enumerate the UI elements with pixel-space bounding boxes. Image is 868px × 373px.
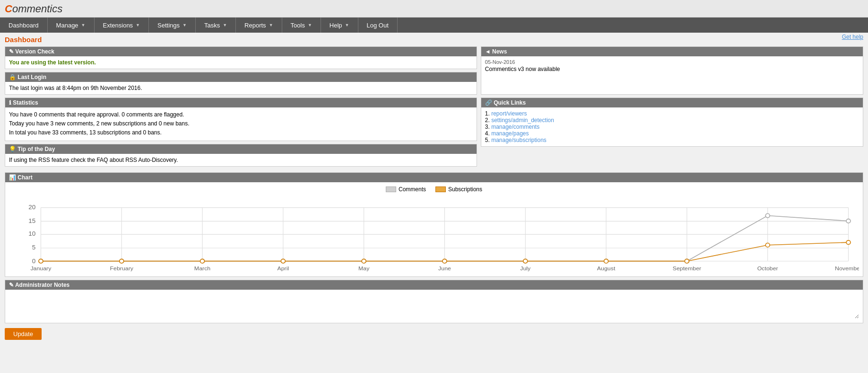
admin-notes-section: ✎ Administrator Notes	[5, 280, 863, 323]
sub-dot	[765, 243, 770, 247]
tip-section: 💡 Tip of the Day If using the RSS featur…	[5, 144, 477, 167]
last-login-body: The last login was at 8:44pm on 9th Nove…	[5, 82, 477, 94]
quick-links-section: 🔗 Quick Links 1. report/viewers 2. setti…	[481, 98, 863, 147]
svg-text:August: August	[597, 265, 616, 271]
logo-bar: Commentics	[0, 0, 868, 18]
chevron-down-icon: ▼	[223, 23, 227, 27]
svg-text:May: May	[358, 265, 369, 271]
svg-text:March: March	[194, 265, 210, 271]
svg-text:July: July	[520, 265, 530, 271]
svg-text:April: April	[277, 265, 289, 271]
sub-dot	[846, 240, 851, 244]
sub-dot	[523, 259, 528, 263]
legend-comments-label: Comments	[399, 186, 426, 193]
chart-svg: 0 5 10 15 20 January	[9, 195, 859, 271]
quick-link-1[interactable]: report/viewers	[491, 110, 527, 117]
nav-settings[interactable]: Settings ▼	[149, 18, 196, 33]
last-login-text: The last login was at 8:44pm on 9th Nove…	[9, 85, 142, 91]
svg-text:September: September	[673, 265, 701, 271]
legend-subscriptions: Subscriptions	[435, 186, 482, 193]
version-check-section: ✎ Version Check You are using the latest…	[5, 46, 477, 69]
chart-section: 📊 Chart Comments Subscriptions	[5, 172, 863, 277]
page-content: Dashboard Get help ✎ Version Check You a…	[0, 33, 868, 343]
svg-text:15: 15	[28, 217, 35, 224]
version-check-body: You are using the latest version.	[5, 56, 477, 69]
sub-dot	[443, 259, 447, 263]
nav-reports[interactable]: Reports ▼	[236, 18, 282, 33]
sub-dot	[362, 259, 366, 263]
sub-dot	[200, 259, 205, 263]
svg-text:0: 0	[32, 258, 36, 265]
svg-text:February: February	[110, 265, 133, 271]
nav-manage[interactable]: Manage ▼	[48, 18, 95, 33]
statistics-section: ℹ Statistics You have 0 comments that re…	[5, 98, 477, 141]
news-date: 05-Nov-2016	[485, 59, 859, 65]
chevron-down-icon: ▼	[136, 23, 140, 27]
admin-notes-header: ✎ Administrator Notes	[5, 280, 863, 290]
last-login-header: 🔒 Last Login	[5, 72, 477, 82]
chevron-down-icon: ▼	[345, 23, 349, 27]
left-column: ✎ Version Check You are using the latest…	[5, 46, 477, 169]
statistics-body: You have 0 comments that require approva…	[5, 107, 477, 141]
update-button[interactable]: Update	[5, 328, 42, 340]
chart-header: 📊 Chart	[5, 173, 863, 182]
quick-link-4[interactable]: manage/pages	[491, 130, 529, 137]
quick-links-body: 1. report/viewers 2. settings/admin_dete…	[481, 107, 863, 146]
quick-link-3[interactable]: manage/comments	[491, 124, 539, 130]
statistics-header: ℹ Statistics	[5, 98, 477, 107]
sub-dot	[604, 259, 608, 263]
tip-text: If using the RSS feature check the FAQ a…	[9, 157, 178, 163]
quick-link-5[interactable]: manage/subscriptions	[491, 137, 547, 143]
nav-tools[interactable]: Tools ▼	[282, 18, 321, 33]
nav-logout[interactable]: Log Out	[358, 18, 398, 33]
chart-body: Comments Subscriptions 0 5 10 15	[5, 182, 863, 276]
sub-dot	[120, 259, 124, 263]
svg-text:10: 10	[28, 230, 35, 237]
sub-dot	[39, 259, 43, 263]
admin-notes-textarea[interactable]	[9, 293, 859, 319]
quick-link-2[interactable]: settings/admin_detection	[491, 117, 554, 124]
legend-comments-color	[386, 186, 396, 192]
logo-c: C	[5, 3, 12, 15]
svg-text:January: January	[30, 265, 51, 271]
comment-dot	[765, 213, 770, 218]
chevron-down-icon: ▼	[182, 23, 187, 27]
main-two-col: ✎ Version Check You are using the latest…	[5, 46, 863, 169]
version-status: You are using the latest version.	[9, 59, 96, 66]
admin-notes-body[interactable]	[5, 290, 863, 323]
svg-text:20: 20	[28, 204, 35, 211]
quick-link-item: 3. manage/comments	[485, 124, 859, 130]
svg-text:November: November	[835, 265, 859, 271]
chart-legend: Comments Subscriptions	[9, 186, 859, 193]
svg-text:June: June	[438, 265, 451, 271]
nav-extensions[interactable]: Extensions ▼	[95, 18, 149, 33]
right-column: ◄ News 05-Nov-2016 Commentics v3 now ava…	[481, 46, 863, 169]
comment-dot	[846, 219, 851, 223]
nav-tasks[interactable]: Tasks ▼	[196, 18, 236, 33]
legend-comments: Comments	[386, 186, 426, 193]
chevron-down-icon: ▼	[308, 23, 312, 27]
quick-link-item: 2. settings/admin_detection	[485, 117, 859, 124]
page-title: Dashboard	[5, 36, 42, 44]
nav-dashboard[interactable]: Dashboard	[0, 18, 48, 33]
chevron-down-icon: ▼	[269, 23, 273, 27]
svg-text:October: October	[757, 265, 778, 271]
sub-dot	[685, 259, 689, 263]
quick-links-header: 🔗 Quick Links	[481, 98, 863, 107]
news-header: ◄ News	[481, 47, 863, 56]
get-help-link[interactable]: Get help	[842, 34, 863, 40]
stats-line3: In total you have 33 comments, 13 subscr…	[9, 128, 473, 137]
logo-rest: ommentics	[12, 3, 62, 15]
tip-header: 💡 Tip of the Day	[5, 144, 477, 154]
sub-dot	[281, 259, 285, 263]
main-nav: Dashboard Manage ▼ Extensions ▼ Settings…	[0, 18, 868, 33]
last-login-section: 🔒 Last Login The last login was at 8:44p…	[5, 72, 477, 95]
nav-help[interactable]: Help ▼	[321, 18, 358, 33]
legend-subscriptions-label: Subscriptions	[448, 186, 482, 193]
quick-link-item: 4. manage/pages	[485, 130, 859, 137]
version-check-header: ✎ Version Check	[5, 47, 477, 56]
chevron-down-icon: ▼	[81, 23, 86, 27]
quick-link-item: 5. manage/subscriptions	[485, 137, 859, 143]
news-text: Commentics v3 now available	[485, 66, 859, 72]
tip-body: If using the RSS feature check the FAQ a…	[5, 154, 477, 166]
